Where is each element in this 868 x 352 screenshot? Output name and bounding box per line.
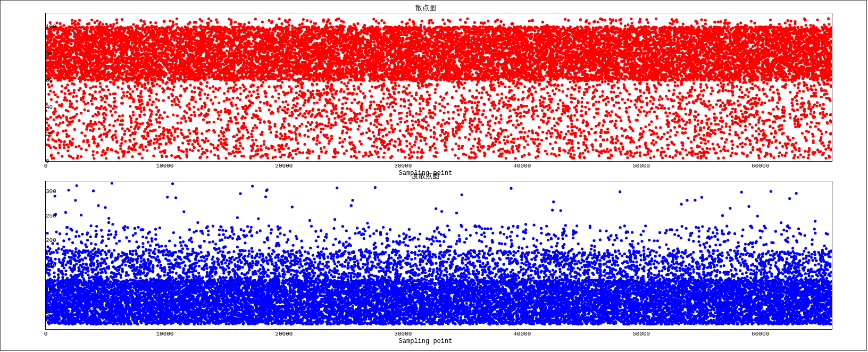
x-tick: 40000 [513,163,531,169]
scatter-canvas-1 [46,13,832,161]
x-tick: 60000 [752,163,769,169]
x-tick: 10000 [156,331,173,337]
y-tick: 60 [46,77,49,83]
x-tick: 50000 [632,163,650,169]
y-tick: 100 [46,287,49,293]
x-axis-label-2: Sampling point [16,338,835,345]
plot-area-2: 0100002000030000400005000060000501001502… [45,181,832,330]
plot-area-1: 0100002000030000400005000060000020406080… [45,13,832,162]
y-tick: 200 [46,237,49,244]
y-tick: 250 [46,213,49,219]
x-tick: 30000 [394,331,412,337]
x-tick: 20000 [275,163,293,169]
x-tick: 30000 [394,163,412,169]
y-tick: 150 [46,262,49,269]
scatter-canvas-2 [46,181,832,329]
y-tick: 40 [46,104,49,111]
subplot-top: 散点图 010000200003000040000500006000002040… [16,13,835,183]
x-tick: 20000 [275,331,293,337]
y-tick: 50 [46,311,49,317]
y-tick: 20 [46,131,49,137]
y-tick: 0 [46,158,49,164]
figure: 散点图 010000200003000040000500006000002040… [0,0,868,352]
x-tick: 60000 [752,331,769,337]
chart-title-1: 散点图 [16,3,835,13]
y-tick: 100 [46,23,49,30]
x-tick: 0 [44,331,48,337]
x-tick: 10000 [156,163,173,169]
subplot-bottom: 度散点图 01000020000300004000050000600005010… [16,181,835,351]
chart-title-2: 度散点图 [16,171,835,181]
x-tick: 50000 [632,331,650,337]
y-tick: 300 [46,188,49,195]
x-tick: 40000 [513,331,531,337]
y-tick: 80 [46,51,49,57]
